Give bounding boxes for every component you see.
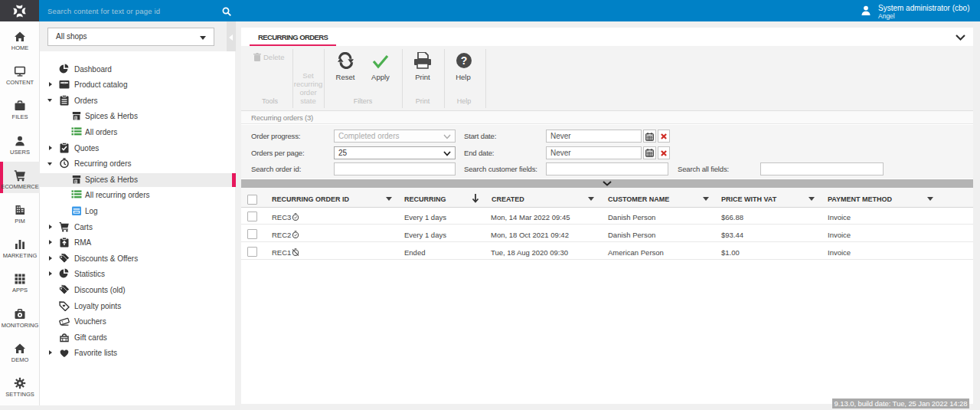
svg-text:?: ? bbox=[461, 54, 468, 67]
